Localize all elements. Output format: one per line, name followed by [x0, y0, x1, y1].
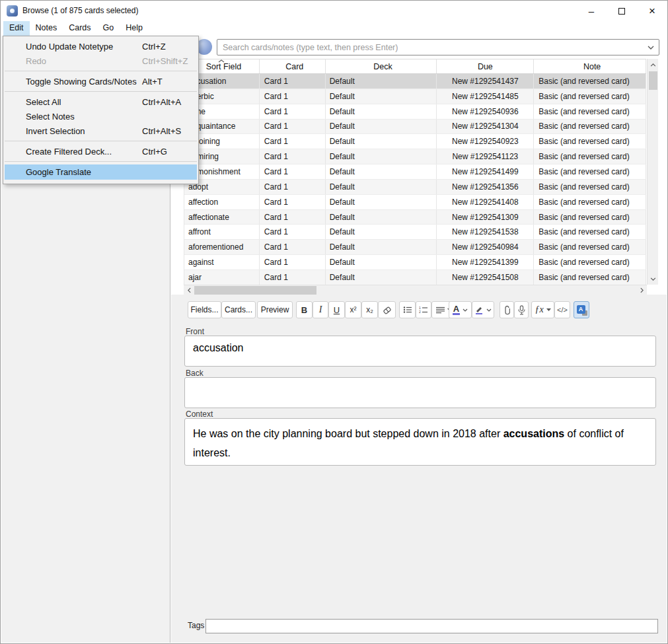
scroll-right-icon[interactable] — [637, 285, 646, 295]
text-color-button[interactable]: A — [449, 301, 472, 318]
table-row[interactable]: accusationCard 1DefaultNew #1292541437Ba… — [184, 74, 646, 89]
cell: Card 1 — [260, 120, 326, 134]
google-translate-icon: A — [577, 305, 587, 315]
table-row[interactable]: acquaintanceCard 1DefaultNew #1292541304… — [184, 120, 646, 135]
maximize-button[interactable] — [607, 1, 637, 21]
column-header-deck[interactable]: Deck — [326, 59, 437, 73]
cell: New #1292540923 — [437, 134, 534, 149]
table-row[interactable]: acheCard 1DefaultNew #1292540936Basic (a… — [184, 104, 646, 120]
menu-item-invert-selection[interactable]: Invert SelectionCtrl+Alt+S — [3, 124, 198, 138]
subscript-button[interactable]: x₂ — [361, 301, 378, 318]
cell: Default — [326, 210, 437, 225]
menubar-item-go[interactable]: Go — [97, 21, 120, 36]
context-text: He was on the city planning board but st… — [193, 428, 503, 439]
table-row[interactable]: aforementionedCard 1DefaultNew #12925409… — [184, 240, 646, 255]
underline-button[interactable]: U — [328, 301, 345, 318]
column-header-note[interactable]: Note — [534, 59, 646, 73]
back-field-label: Back — [186, 369, 204, 378]
cell: Card 1 — [260, 225, 326, 239]
table-row[interactable]: affectionateCard 1DefaultNew #1292541309… — [184, 210, 646, 225]
chevron-down-icon[interactable] — [486, 308, 492, 312]
highlighter-pen-icon — [474, 305, 484, 314]
bold-button[interactable]: B — [296, 301, 313, 318]
chevron-down-icon[interactable] — [648, 46, 654, 50]
ordered-list-button[interactable]: 12 — [416, 301, 431, 318]
menu-item-undo-update-notetype[interactable]: Undo Update NotetypeCtrl+Z — [3, 39, 198, 54]
preview-button[interactable]: Preview — [257, 301, 293, 318]
cell: Card 1 — [260, 210, 326, 225]
cell: Basic (and reversed card) — [534, 164, 646, 179]
horizontal-scroll-thumb[interactable] — [194, 286, 316, 295]
menu-item-create-filtered-deck[interactable]: Create Filtered Deck...Ctrl+G — [3, 144, 198, 159]
cards-button[interactable]: Cards... — [221, 301, 256, 318]
table-row[interactable]: affectionCard 1DefaultNew #1292541408Bas… — [184, 195, 646, 210]
menu-item-select-notes[interactable]: Select Notes — [3, 109, 198, 124]
cell: Basic (and reversed card) — [534, 74, 646, 89]
cell: New #1292540936 — [437, 104, 534, 119]
tags-input[interactable] — [205, 619, 658, 633]
column-header-card[interactable]: Card — [260, 59, 326, 73]
cell: New #1292541538 — [437, 225, 534, 239]
menu-separator — [5, 161, 197, 162]
cell: Card 1 — [260, 270, 326, 285]
chevron-down-icon[interactable] — [463, 308, 468, 312]
table-row[interactable]: acerbicCard 1DefaultNew #1292541485Basic… — [184, 89, 646, 104]
italic-button[interactable]: I — [313, 301, 328, 318]
horizontal-scrollbar[interactable] — [184, 285, 647, 295]
menubar: EditNotesCardsGoHelp — [1, 21, 667, 36]
remove-formatting-button[interactable] — [378, 301, 396, 318]
vertical-scrollbar[interactable] — [647, 59, 658, 285]
equations-button[interactable]: ƒx — [531, 301, 554, 318]
cell: Default — [326, 240, 437, 254]
table-row[interactable]: adjoiningCard 1DefaultNew #1292540923Bas… — [184, 134, 646, 149]
scroll-up-icon[interactable] — [648, 60, 659, 69]
menu-item-google-translate[interactable]: Google Translate — [5, 164, 197, 180]
menubar-item-edit[interactable]: Edit — [3, 21, 30, 36]
table-row[interactable]: affrontCard 1DefaultNew #1292541538Basic… — [184, 225, 646, 240]
menu-item-select-all[interactable]: Select AllCtrl+Alt+A — [3, 94, 198, 109]
table-row[interactable]: admiringCard 1DefaultNew #1292541123Basi… — [184, 149, 646, 164]
table-row[interactable]: admonishmentCard 1DefaultNew #1292541499… — [184, 164, 646, 180]
cell: Card 1 — [260, 149, 326, 164]
table-header: Sort Field Card Deck Due Note — [184, 59, 646, 74]
minimize-button[interactable]: – — [576, 1, 607, 21]
scroll-left-icon[interactable] — [184, 285, 194, 295]
menu-item-toggle-showing-cards-notes[interactable]: Toggle Showing Cards/NotesAlt+T — [3, 74, 198, 89]
cell: aforementioned — [184, 240, 260, 254]
menubar-item-notes[interactable]: Notes — [30, 21, 63, 36]
cell: Default — [326, 89, 437, 104]
table-row[interactable]: againstCard 1DefaultNew #1292541399Basic… — [184, 255, 646, 270]
menubar-item-cards[interactable]: Cards — [63, 21, 96, 36]
table-body: accusationCard 1DefaultNew #1292541437Ba… — [184, 74, 646, 285]
cell: affectionate — [184, 210, 260, 225]
context-field[interactable]: He was on the city planning board but st… — [184, 418, 656, 466]
menubar-item-help[interactable]: Help — [120, 21, 149, 36]
vertical-scroll-thumb[interactable] — [649, 71, 657, 90]
numbered-list-icon: 12 — [419, 306, 428, 314]
chevron-down-icon[interactable] — [546, 308, 551, 311]
microphone-icon — [518, 305, 525, 315]
unordered-list-button[interactable] — [399, 301, 416, 318]
highlight-color-button[interactable] — [472, 301, 494, 318]
cell: Basic (and reversed card) — [534, 240, 646, 254]
scroll-down-icon[interactable] — [648, 274, 659, 283]
cell: Basic (and reversed card) — [534, 149, 646, 164]
table-row[interactable]: ajarCard 1DefaultNew #1292541508Basic (a… — [184, 270, 646, 285]
back-field[interactable] — [184, 377, 656, 408]
close-button[interactable]: × — [637, 1, 667, 21]
front-field[interactable]: accusation — [184, 336, 656, 367]
table-row[interactable]: adoptCard 1DefaultNew #1292541356Basic (… — [184, 180, 646, 195]
edit-menu: Undo Update NotetypeCtrl+ZRedoCtrl+Shift… — [3, 36, 199, 184]
window-title: Browse (1 of 875 cards selected) — [22, 6, 138, 15]
html-editor-button[interactable]: </> — [554, 301, 570, 318]
subscript-icon: x₂ — [366, 305, 373, 314]
record-audio-button[interactable] — [514, 301, 529, 318]
superscript-button[interactable]: x² — [345, 301, 361, 318]
cell: New #1292541123 — [437, 149, 534, 164]
column-header-due[interactable]: Due — [437, 59, 534, 73]
cell: New #1292541309 — [437, 210, 534, 225]
fields-button[interactable]: Fields... — [188, 301, 221, 318]
google-translate-button[interactable]: A — [574, 301, 589, 318]
attachment-button[interactable] — [500, 301, 514, 318]
search-input[interactable]: Search cards/notes (type text, then pres… — [217, 39, 659, 55]
